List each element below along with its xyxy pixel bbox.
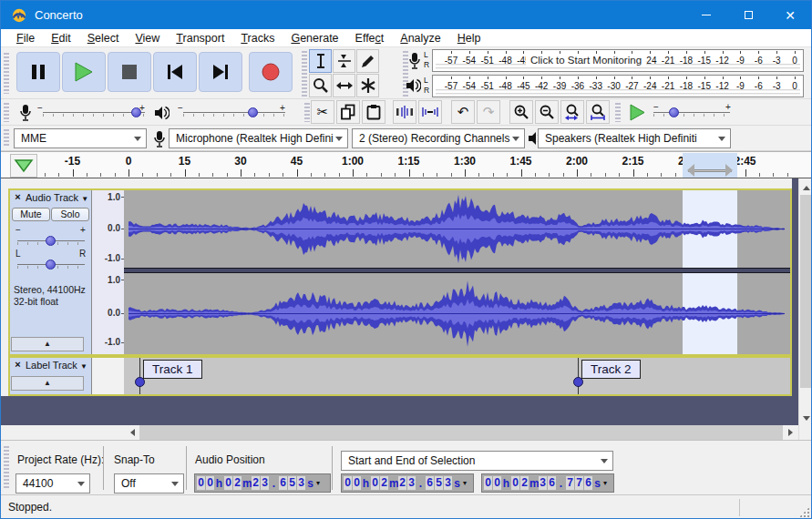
- audio-track-title[interactable]: Audio Track ▼: [26, 192, 88, 203]
- zoom-tool-button[interactable]: [309, 74, 332, 97]
- ruler-label: -1.0: [105, 337, 120, 347]
- undo-button[interactable]: ↶: [451, 100, 475, 124]
- maximize-button[interactable]: [727, 1, 769, 29]
- play-speed-slider[interactable]: [653, 112, 730, 113]
- scroll-left-button[interactable]: [125, 425, 139, 440]
- selection-mode-select[interactable]: Start and End of Selection: [341, 451, 613, 471]
- device-toolbar-grip[interactable]: [4, 129, 9, 148]
- playback-meter[interactable]: -57-54-51-48-45-42-39-36-33-30-27-24-21-…: [432, 75, 804, 97]
- close-button[interactable]: ✕: [769, 1, 811, 29]
- label-track-title[interactable]: Label Track ▼: [26, 360, 87, 371]
- horizontal-scrollbar-thumb[interactable]: [139, 425, 783, 440]
- skip-to-start-button[interactable]: [153, 52, 197, 92]
- fit-project-button[interactable]: [586, 100, 610, 124]
- selection-start-field[interactable]: 00h02m23.653s▾: [341, 473, 474, 493]
- horizontal-scrollbar[interactable]: [1, 425, 798, 440]
- recording-meter[interactable]: -57-54-51-48-45-42-39-36-33-30-27-24-21-…: [432, 49, 804, 72]
- time-field-char: 0: [484, 476, 492, 490]
- gain-slider-thumb[interactable]: [46, 236, 56, 246]
- menu-item-select[interactable]: Select: [79, 32, 128, 45]
- stop-button[interactable]: [108, 52, 151, 92]
- audio-host-select[interactable]: MME: [14, 128, 147, 148]
- draw-tool-button[interactable]: [356, 49, 379, 73]
- recording-channels-select[interactable]: 2 (Stereo) Recording Channels: [352, 128, 525, 148]
- cut-button[interactable]: ✂: [311, 100, 334, 124]
- collapse-track-button[interactable]: ▲: [11, 337, 84, 351]
- collapse-track-button[interactable]: ▲: [11, 376, 84, 391]
- waveform-channel-left[interactable]: [124, 190, 790, 268]
- zoom-out-button[interactable]: [535, 100, 559, 124]
- trim-audio-button[interactable]: [393, 100, 416, 124]
- vertical-scrollbar[interactable]: [798, 178, 812, 440]
- play-at-speed-grip[interactable]: [615, 103, 621, 122]
- recording-volume-slider[interactable]: [43, 112, 145, 113]
- play-at-speed-button[interactable]: [624, 100, 650, 124]
- scroll-right-button[interactable]: [783, 425, 797, 440]
- recording-volume-ticks: [43, 114, 145, 117]
- menu-item-edit[interactable]: Edit: [43, 32, 79, 45]
- menu-item-tracks[interactable]: Tracks: [232, 32, 283, 45]
- meter-tick: [686, 76, 687, 79]
- label-track-content[interactable]: Track 1Track 2: [124, 358, 790, 394]
- menu-item-file[interactable]: File: [8, 32, 43, 45]
- ruler-label: 1.0: [108, 192, 120, 202]
- scroll-up-button[interactable]: [799, 180, 812, 195]
- edit-toolbar-grip[interactable]: [304, 103, 310, 122]
- time-field-dropdown-icon[interactable]: ▾: [463, 479, 467, 487]
- record-button[interactable]: [249, 52, 293, 92]
- playback-device-select[interactable]: Speakers (Realtek High Definiti: [538, 128, 731, 148]
- selection-end-field[interactable]: 00h02m36.776s▾: [481, 473, 614, 493]
- playback-volume-slider[interactable]: [183, 112, 285, 113]
- time-field-dropdown-icon[interactable]: ▾: [603, 479, 607, 487]
- vertical-scrollbar-thumb[interactable]: [800, 195, 812, 388]
- transport-toolbar-grip[interactable]: [4, 53, 9, 94]
- timeline-selection[interactable]: [683, 153, 737, 178]
- menu-item-analyze[interactable]: Analyze: [392, 32, 448, 45]
- selection-tool-button[interactable]: [309, 49, 332, 73]
- zoom-in-button[interactable]: [509, 100, 533, 124]
- menu-item-generate[interactable]: Generate: [283, 32, 346, 45]
- envelope-tool-button[interactable]: [333, 49, 355, 73]
- copy-button[interactable]: [336, 100, 360, 124]
- multi-tool-button[interactable]: [356, 74, 379, 97]
- paste-button[interactable]: [362, 100, 385, 124]
- playback-volume-thumb[interactable]: [248, 107, 258, 117]
- close-track-button[interactable]: ×: [12, 191, 24, 204]
- close-track-button[interactable]: ×: [12, 359, 24, 371]
- menu-item-help[interactable]: Help: [449, 32, 489, 45]
- minimize-button[interactable]: [685, 1, 727, 29]
- play-speed-thumb[interactable]: [669, 107, 679, 117]
- waveform-area[interactable]: [124, 190, 790, 354]
- waveform-channel-right[interactable]: [124, 273, 790, 354]
- timeline-ruler[interactable]: -1501530451:001:151:301:452:002:152:302:…: [1, 151, 811, 178]
- menu-item-transport[interactable]: Transport: [168, 32, 232, 45]
- mute-button[interactable]: Mute: [12, 208, 50, 221]
- solo-button[interactable]: Solo: [51, 208, 89, 221]
- timeline-tick: [366, 173, 367, 177]
- label-text-box[interactable]: Track 1: [143, 360, 202, 379]
- skip-to-end-button[interactable]: [199, 52, 242, 92]
- menu-item-view[interactable]: View: [127, 32, 168, 45]
- menu-item-effect[interactable]: Effect: [347, 32, 393, 45]
- play-button[interactable]: [62, 52, 106, 92]
- time-field-dropdown-icon[interactable]: ▾: [316, 479, 320, 487]
- pan-slider-thumb[interactable]: [46, 260, 56, 270]
- scroll-down-button[interactable]: [799, 411, 812, 425]
- fit-selection-button[interactable]: [560, 100, 584, 124]
- project-rate-select[interactable]: 44100: [15, 473, 90, 494]
- tools-toolbar-grip[interactable]: [302, 51, 307, 97]
- selection-toolbar-grip[interactable]: [4, 446, 9, 490]
- timeshift-tool-button[interactable]: [333, 74, 355, 97]
- time-field-char: m: [529, 477, 538, 490]
- pause-button[interactable]: [16, 52, 60, 92]
- label-text-box[interactable]: Track 2: [581, 360, 641, 379]
- redo-button[interactable]: ↷: [477, 100, 500, 124]
- resize-grip[interactable]: [799, 507, 809, 517]
- mixer-toolbar-grip[interactable]: [4, 103, 9, 122]
- timeline-options-button[interactable]: [10, 154, 37, 178]
- recording-device-select[interactable]: Microphone (Realtek High Defini: [169, 128, 348, 148]
- vertical-scale-ruler[interactable]: 1.0 0.0 -1.0 1.0 0.0 -1.0: [92, 190, 124, 354]
- silence-audio-button[interactable]: [418, 100, 442, 124]
- audio-position-field[interactable]: 00h02m23.653s▾: [194, 473, 331, 493]
- snap-to-select[interactable]: Off: [114, 473, 184, 494]
